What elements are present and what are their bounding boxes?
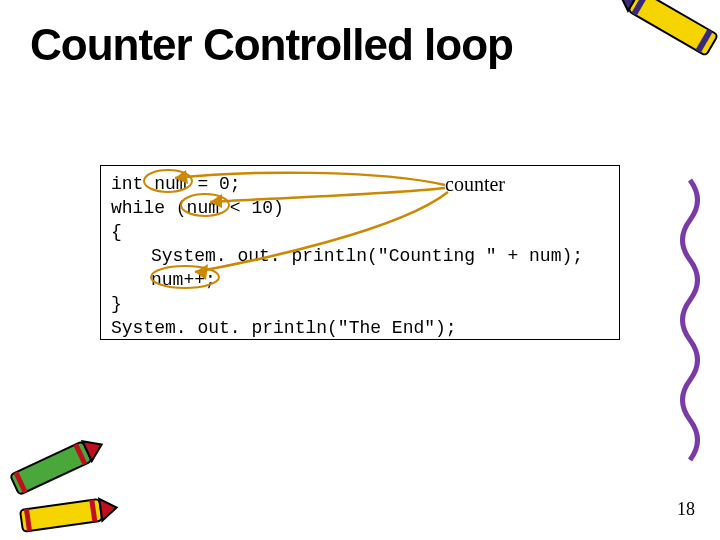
code-line-5: num++;	[111, 268, 609, 292]
svg-rect-10	[10, 441, 92, 495]
svg-marker-15	[99, 497, 118, 521]
code-line-2: while (num < 10)	[111, 196, 609, 220]
page-number: 18	[677, 499, 695, 520]
code-block: int num = 0; while (num < 10) { System. …	[100, 165, 620, 340]
svg-rect-8	[631, 0, 648, 16]
svg-rect-14	[20, 499, 102, 532]
svg-rect-13	[73, 443, 87, 465]
svg-marker-7	[612, 0, 640, 11]
svg-rect-16	[24, 509, 32, 531]
svg-rect-9	[696, 29, 713, 53]
slide-title: Counter Controlled loop	[30, 20, 513, 70]
svg-marker-11	[83, 434, 107, 461]
svg-rect-17	[89, 500, 97, 522]
code-line-4: System. out. println("Counting " + num);	[111, 244, 609, 268]
code-line-3: {	[111, 220, 609, 244]
code-line-6: }	[111, 292, 609, 316]
code-line-1: int num = 0;	[111, 172, 609, 196]
svg-rect-6	[628, 0, 718, 56]
svg-rect-12	[14, 471, 28, 493]
annotation-counter-label: counter	[445, 173, 505, 196]
code-line-7: System. out. println("The End");	[111, 316, 609, 340]
